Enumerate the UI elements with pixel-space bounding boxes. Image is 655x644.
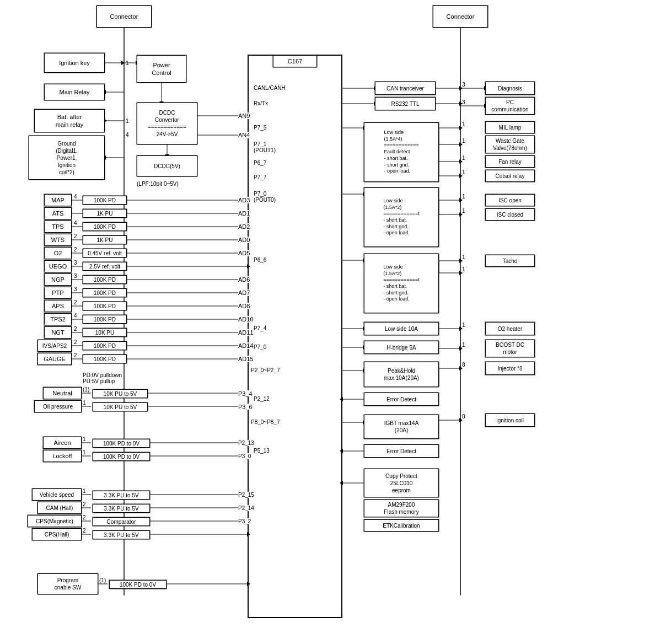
svg-marker-218 <box>459 259 463 263</box>
main-relay: Main Relay <box>44 84 105 100</box>
p7-0-pout0-label: P7_0 (POUT0) <box>254 191 276 203</box>
svg-text:3: 3 <box>74 273 77 279</box>
isc-closed-output: ISC closed <box>485 208 535 221</box>
svg-marker-8 <box>121 61 125 65</box>
svg-text:1: 1 <box>83 488 86 494</box>
svg-marker-207 <box>459 198 463 202</box>
svg-marker-68 <box>247 264 250 269</box>
svg-marker-246 <box>340 397 343 401</box>
svg-text:8: 8 <box>462 362 465 368</box>
ngt-resistor: 10K PU <box>83 328 127 337</box>
tacho-output: Tacho <box>485 255 535 267</box>
ats-sensor: ATS <box>44 207 72 219</box>
pd-pu-note: PD:0V pulldown PU:5V pullup <box>83 366 122 384</box>
svg-marker-242 <box>459 366 463 371</box>
boost-dc-motor-output: BOOST DC motor <box>485 340 535 357</box>
gauge-resistor: 100K PD <box>83 355 127 363</box>
svg-marker-158 <box>247 532 250 536</box>
uego-resistor: 2.5V ref. volt <box>83 262 127 271</box>
svg-marker-196 <box>459 159 463 164</box>
aps-resistor: 100K PD <box>83 302 127 310</box>
neutral-resistor: 10K PU to 5V <box>93 389 148 398</box>
wts-sensor: WTS <box>44 234 72 246</box>
tps-resistor: 100K PD <box>83 222 127 231</box>
map-sensor: MAP <box>44 194 72 206</box>
lockoff-input: Lockoff <box>43 450 82 462</box>
igbt: IGBT max14A (20A) <box>364 415 439 439</box>
p7-7-label: P7_7 <box>254 174 266 180</box>
svg-text:2: 2 <box>83 528 86 534</box>
svg-text:(1): (1) <box>83 387 89 393</box>
svg-marker-192 <box>459 142 463 147</box>
rx-tx-label: Rx/Tx <box>254 100 268 106</box>
svg-marker-228 <box>459 326 463 331</box>
ground: Ground (Digital1, Power1, Ignition coil*… <box>29 136 105 180</box>
copy-protect-eeprom: Copy Protect 25LC010 eeprom <box>364 469 439 497</box>
p7-0-label: P7_0 <box>254 344 266 350</box>
p7-1-pout1-label: P7_1 (POUT1) <box>254 141 276 153</box>
bat-after-main-relay: Bat. after main relay <box>34 109 105 132</box>
ad1-label: AD1 <box>238 210 250 217</box>
p3-2-label: P3_2 <box>238 518 251 524</box>
ad8-label: AD8 <box>238 303 250 309</box>
dcdc-convertor: DCDC Convertor ============ 24V->5V <box>137 103 197 144</box>
svg-text:3: 3 <box>74 260 77 266</box>
pc-communication-output: PC communication <box>485 97 535 115</box>
svg-text:1: 1 <box>462 266 465 272</box>
svg-text:2: 2 <box>74 352 77 358</box>
svg-marker-211 <box>459 212 463 217</box>
ptp-sensor: PTP <box>44 287 72 299</box>
injector-output: Injector *8 <box>485 362 535 375</box>
ad10-label: AD10 <box>238 316 254 323</box>
svg-text:8: 8 <box>462 414 465 420</box>
p3-4-label: P3_4 <box>238 390 253 397</box>
p7-4-label: P7_4 <box>254 325 266 331</box>
o2-resistor: 0.45V ref. volt <box>83 249 127 257</box>
p2-13-label: P2_13 <box>238 440 254 446</box>
p2-14-label: P2_14 <box>238 505 254 511</box>
svg-marker-259 <box>340 481 343 485</box>
svg-text:2: 2 <box>74 326 77 332</box>
svg-text:1: 1 <box>462 194 465 200</box>
ad14-label: AD14 <box>238 342 254 349</box>
svg-text:2: 2 <box>74 299 77 305</box>
svg-text:3: 3 <box>74 286 77 292</box>
error-detect-1: Error Detect <box>364 393 439 406</box>
svg-marker-256 <box>340 449 343 453</box>
cutsol-relay-output: Cutsol relay <box>485 170 535 182</box>
p2-0-p2-7-label: P2_0~P2_7 <box>251 367 280 373</box>
power-control: Power Control <box>137 55 186 83</box>
svg-text:1: 1 <box>462 155 465 161</box>
svg-marker-169 <box>459 86 463 90</box>
aircon-input: Aircon <box>43 437 82 449</box>
svg-text:1: 1 <box>462 121 465 127</box>
svg-marker-174 <box>459 101 463 106</box>
ecu-label: C167 <box>273 55 317 67</box>
error-detect-2: Error Detect <box>364 444 439 458</box>
map-resistor: 100K PD <box>83 196 127 205</box>
h-bridge-5a: H-bridge 5A <box>364 341 439 354</box>
svg-marker-235 <box>459 346 463 351</box>
p7-5-label: P7_5 <box>254 125 266 131</box>
right-connector: Connector <box>433 6 488 28</box>
ptp-resistor: 100K PD <box>83 288 127 297</box>
an9-label: AN9 <box>238 112 250 119</box>
p2-15-label: P2_15 <box>238 492 254 498</box>
ivs-resistor: 100K PD <box>83 341 127 350</box>
diagnosis-output: Diagnosis <box>485 82 535 95</box>
svg-marker-221 <box>459 271 463 275</box>
svg-text:1: 1 <box>83 436 86 442</box>
p2-12-label: P2_12 <box>254 396 270 402</box>
ivs-aps2-sensor: IVS/APS2 <box>37 340 72 352</box>
svg-rect-2 <box>248 55 342 618</box>
rs232-ttl: RS232 TTL <box>375 97 436 110</box>
neutral-input: Neutral <box>43 387 82 399</box>
oil-pressure-input: Oil pressure <box>34 400 82 412</box>
gauge-sensor: GAUGE <box>37 353 72 365</box>
svg-text:1: 1 <box>462 322 465 328</box>
mil-lamp-output: MIL lamp <box>485 121 535 133</box>
p3-0-label: P3_0 <box>238 453 251 459</box>
low-side-p66: Low side (1.5A*2) ============t - short … <box>364 254 439 313</box>
ngt-sensor: NGT <box>44 326 72 339</box>
program-enable-sw: Program cnable SW <box>37 573 98 594</box>
